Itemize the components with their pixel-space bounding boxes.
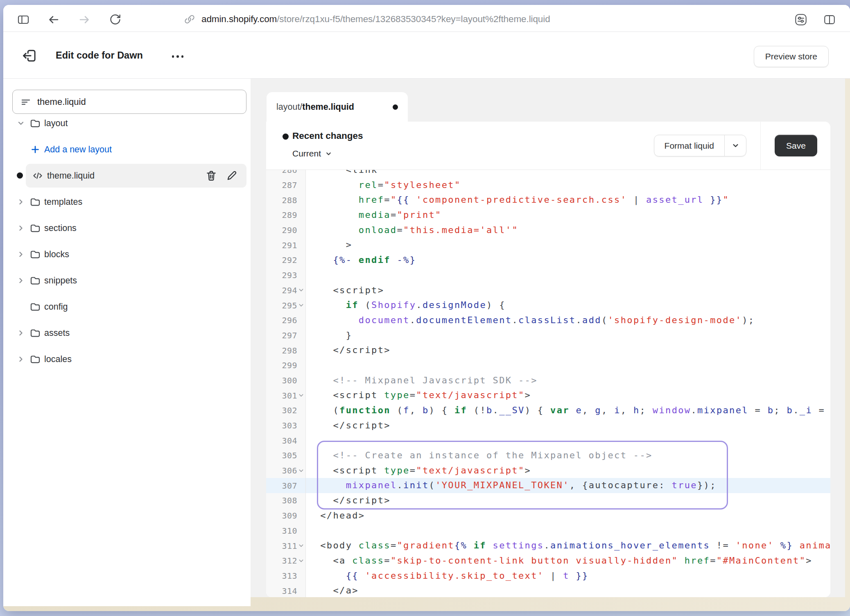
link-icon — [183, 13, 196, 25]
code-line-313[interactable]: 313 {{ 'accessibility.skip_to_text' | t … — [266, 568, 830, 584]
editor-header: Recent changes Current Format liquid Sav… — [266, 122, 830, 170]
preview-store-button[interactable]: Preview store — [754, 46, 829, 67]
delete-file-button[interactable] — [203, 168, 219, 184]
code-line-314[interactable]: 314 </a> — [266, 583, 830, 597]
exit-icon — [21, 48, 38, 64]
sidebar-item-templates[interactable]: templates — [3, 189, 251, 215]
sidebar-item-assets[interactable]: assets — [3, 320, 251, 346]
version-select[interactable]: Current — [292, 149, 332, 159]
rename-file-button[interactable] — [224, 168, 240, 184]
fold-spacer — [298, 513, 305, 519]
fold-toggle-icon[interactable] — [298, 302, 305, 308]
more-actions-button[interactable] — [167, 48, 188, 65]
code-line-288[interactable]: 288 href="{{ 'component-predictive-searc… — [266, 192, 830, 208]
code-line-312[interactable]: 312 <a class="skip-to-content-link butto… — [266, 553, 830, 568]
format-liquid-menu-button[interactable] — [724, 135, 746, 156]
page-title: Edit code for Dawn — [56, 50, 143, 61]
chevron-right-icon[interactable] — [16, 197, 26, 207]
split-view-button[interactable] — [821, 11, 839, 29]
code-line-301[interactable]: 301 <script type="text/javascript"> — [266, 388, 830, 403]
address-bar[interactable]: admin.shopify.com/store/rzq1xu-f5/themes… — [183, 10, 550, 29]
code-line-306[interactable]: 306 <script type="text/javascript"> — [266, 463, 830, 478]
chevron-right-icon[interactable] — [16, 354, 26, 365]
code-line-302[interactable]: 302 (function (f, b) { if (!b.__SV) { va… — [266, 403, 830, 418]
sidebar-toggle-button[interactable] — [14, 11, 32, 29]
code-line-287[interactable]: 287 rel="stylesheet" — [266, 178, 830, 193]
tab-theme-liquid[interactable]: layout/theme.liquid — [267, 92, 408, 122]
code-line-286[interactable]: 286 <link — [266, 170, 830, 178]
save-button[interactable]: Save — [775, 135, 817, 156]
code-line-300[interactable]: 300 <!-- Mixpanel Javascript SDK --> — [266, 373, 830, 388]
code-line-293[interactable]: 293 — [266, 268, 830, 283]
code-line-296[interactable]: 296 document.documentElement.classList.a… — [266, 313, 830, 328]
page-settings-icon — [794, 13, 807, 26]
code-line-295[interactable]: 295 if (Shopify.designMode) { — [266, 298, 830, 313]
chevron-right-icon[interactable] — [16, 223, 26, 233]
code-line-297[interactable]: 297 } — [266, 328, 830, 343]
code-line-294[interactable]: 294 <script> — [266, 283, 830, 298]
url-path: /store/rzq1xu-f5/themes/132683530345?key… — [277, 14, 550, 24]
sidebar-item-label: snippets — [44, 276, 77, 286]
chevron-right-icon[interactable] — [16, 249, 26, 260]
page-settings-button[interactable] — [792, 11, 810, 29]
gutter: 292 — [266, 253, 306, 268]
code-line-309[interactable]: 309 </head> — [266, 508, 830, 523]
fold-toggle-icon[interactable] — [298, 392, 305, 399]
forward-button[interactable] — [75, 11, 93, 29]
code-line-291[interactable]: 291 > — [266, 238, 830, 253]
code-line-292[interactable]: 292 {%- endif -%} — [266, 253, 830, 268]
line-number: 303 — [282, 421, 297, 430]
exit-editor-button[interactable] — [20, 46, 39, 66]
code-text: <script type="text/javascript"> — [306, 388, 531, 403]
code-line-310[interactable]: 310 — [266, 523, 830, 539]
line-number: 290 — [282, 225, 297, 235]
sidebar-item-locales[interactable]: locales — [3, 346, 251, 372]
code-editor[interactable]: 286 <link287 rel="stylesheet"288 href="{… — [266, 170, 830, 597]
code-text — [306, 268, 307, 283]
sidebar-item-snippets[interactable]: snippets — [3, 267, 251, 294]
sidebar-item-add-layout[interactable]: Add a new layout — [3, 136, 251, 163]
chevron-right-icon[interactable] — [16, 275, 26, 286]
selected-file-pill[interactable]: theme.liquid — [26, 164, 246, 188]
reload-button[interactable] — [106, 11, 124, 29]
code-line-289[interactable]: 289 media="print" — [266, 208, 830, 223]
fold-spacer — [298, 332, 305, 338]
format-liquid-button[interactable]: Format liquid — [654, 135, 724, 156]
chevron-down-icon[interactable] — [16, 118, 26, 129]
fold-spacer — [298, 182, 305, 188]
gutter: 298 — [266, 343, 306, 358]
sidebar-item-label: Add a new layout — [44, 145, 112, 155]
file-tree: layoutAdd a new layouttheme.liquidtempla… — [3, 110, 251, 372]
fold-toggle-icon[interactable] — [298, 468, 305, 474]
chevron-right-icon[interactable] — [16, 328, 26, 338]
line-number: 307 — [282, 481, 297, 491]
sidebar-item-blocks[interactable]: blocks — [3, 241, 251, 267]
sidebar-item-config[interactable]: config — [3, 294, 251, 320]
code-text: onload="this.media='all'" — [306, 223, 518, 238]
code-line-311[interactable]: 311 <body class="gradient{% if settings.… — [266, 538, 830, 553]
gutter: 308 — [266, 493, 306, 508]
gutter: 288 — [266, 192, 306, 208]
desktop-background: admin.shopify.com/store/rzq1xu-f5/themes… — [0, 0, 850, 616]
back-button[interactable] — [45, 11, 63, 29]
code-line-299[interactable]: 299 — [266, 358, 830, 373]
sidebar-item-sections[interactable]: sections — [3, 215, 251, 241]
sidebar-item-layout[interactable]: layout — [3, 110, 251, 136]
sidebar-item-theme-liquid[interactable]: theme.liquid — [3, 163, 251, 189]
code-line-307[interactable]: 307 mixpanel.init('YOUR_MIXPANEL_TOKEN',… — [266, 478, 830, 493]
code-line-290[interactable]: 290 onload="this.media='all'" — [266, 223, 830, 238]
unsaved-changes-dot — [393, 104, 398, 110]
file-search-input[interactable] — [37, 97, 239, 107]
code-line-308[interactable]: 308 </script> — [266, 493, 830, 508]
fold-toggle-icon[interactable] — [298, 543, 305, 549]
line-number: 308 — [282, 496, 297, 505]
code-line-298[interactable]: 298 </script> — [266, 343, 830, 358]
gutter: 287 — [266, 178, 306, 193]
line-number: 309 — [282, 511, 297, 521]
fold-toggle-icon[interactable] — [298, 287, 305, 293]
fold-toggle-icon[interactable] — [298, 558, 305, 564]
code-line-304[interactable]: 304 — [266, 433, 830, 448]
gutter: 297 — [266, 328, 306, 343]
code-line-305[interactable]: 305 <!-- Create an instance of the Mixpa… — [266, 448, 830, 463]
code-line-303[interactable]: 303 </script> — [266, 418, 830, 433]
